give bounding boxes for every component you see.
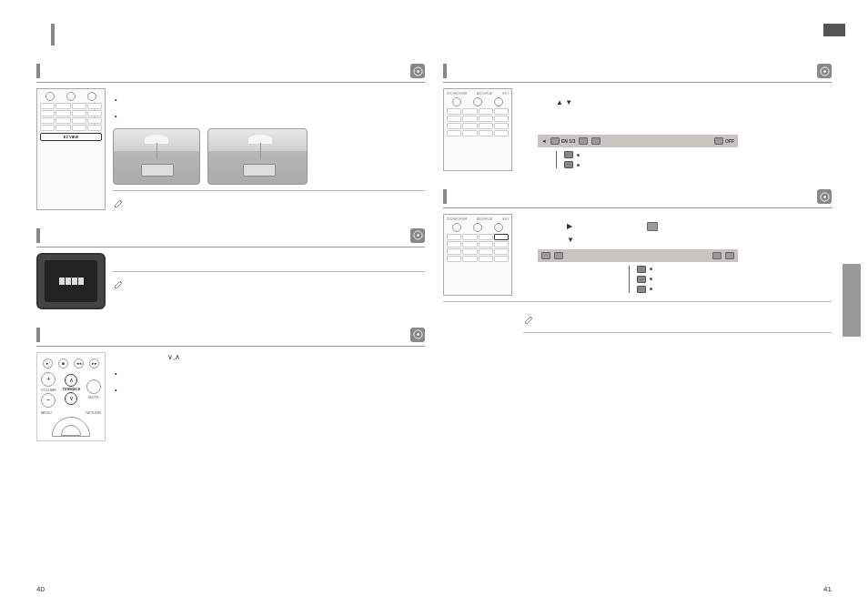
note-block: . . .. . . bbox=[113, 190, 425, 210]
aspect-ratio-examples bbox=[113, 128, 425, 185]
remote-button bbox=[462, 256, 477, 262]
svg-point-3 bbox=[417, 234, 419, 237]
remote-top-label: EXIT bbox=[502, 217, 509, 221]
section-accent-bar bbox=[36, 328, 40, 342]
disc-type-icon bbox=[410, 228, 425, 243]
info-label: OFF bbox=[725, 138, 734, 145]
remote-button bbox=[56, 103, 70, 109]
section-body: ▶ ▼ bbox=[520, 214, 832, 295]
disc-type-icon bbox=[410, 64, 425, 78]
remote-button-icon bbox=[452, 223, 461, 232]
page-number-left: 40 bbox=[36, 585, 45, 593]
section-body: ∨,∧ bbox=[113, 352, 425, 441]
remote-button bbox=[56, 125, 70, 131]
remote-button bbox=[479, 108, 493, 115]
minus-icon: − bbox=[41, 393, 56, 408]
section-tv: . bbox=[36, 228, 425, 309]
bullet-item bbox=[115, 369, 425, 379]
remote-button bbox=[479, 116, 493, 122]
remote-button bbox=[87, 117, 102, 124]
plus-icon: + bbox=[41, 372, 56, 387]
section-accent-bar bbox=[443, 64, 447, 78]
content-row: DVD RECEIVER AM DISPLAY EXIT bbox=[443, 88, 832, 171]
bullet-item bbox=[115, 112, 425, 121]
section-title: . bbox=[452, 66, 817, 76]
remote-diagram: EZ VIEW bbox=[36, 88, 106, 210]
right-page: . DVD RECEIVER AM DISPLAY EXIT bbox=[443, 18, 832, 460]
volume-control: + VOLUME − bbox=[41, 372, 56, 408]
remote-top-label: EXIT bbox=[502, 92, 509, 96]
remote-button bbox=[462, 248, 477, 255]
note-text: . . .. . . bbox=[131, 197, 425, 210]
remote-button bbox=[494, 241, 509, 247]
tv-bar-icon bbox=[78, 278, 84, 285]
tv-bar-icon bbox=[59, 278, 65, 285]
remote-button bbox=[40, 110, 55, 116]
divider bbox=[443, 301, 832, 302]
arrow-symbols-label: ▲ ▼ bbox=[556, 97, 832, 107]
sub-option-item bbox=[564, 161, 832, 168]
osd-info-bar bbox=[538, 249, 738, 262]
arrow-symbols-label: ∨,∧ bbox=[167, 352, 425, 362]
pencil-note-icon bbox=[113, 278, 126, 290]
tuning-label: TUNING/CH bbox=[63, 388, 80, 391]
segment-icon bbox=[591, 137, 601, 145]
sub-option-item bbox=[564, 151, 832, 158]
section-title: . bbox=[45, 231, 410, 240]
audio-icon bbox=[550, 137, 560, 145]
info-segment bbox=[541, 252, 550, 259]
left-arrow-icon: ◄ bbox=[541, 137, 547, 145]
tv-screen-diagram bbox=[36, 253, 106, 309]
tv-bar-icon bbox=[66, 278, 71, 285]
info-segment bbox=[554, 252, 563, 259]
remote-button bbox=[447, 123, 461, 129]
info-segment bbox=[712, 252, 722, 259]
play-arrow-icon: ▶ bbox=[567, 221, 572, 231]
chevron-up-icon: ∧ bbox=[65, 374, 77, 387]
section-header: . bbox=[36, 328, 425, 347]
note-block: . . .. . . bbox=[523, 308, 832, 327]
remote-button bbox=[87, 110, 102, 116]
segment-icon bbox=[714, 137, 723, 145]
remote-button-icon bbox=[87, 92, 96, 101]
sub-option-list bbox=[629, 266, 832, 293]
remote-button-icon bbox=[494, 97, 503, 106]
note-block: . . . bbox=[113, 278, 425, 290]
option-icon bbox=[637, 266, 646, 273]
content-row: . . . bbox=[36, 253, 425, 309]
section-body: . . . bbox=[113, 253, 425, 309]
remote-button bbox=[447, 130, 461, 136]
segment-icon bbox=[554, 252, 563, 259]
note-text: . . .. . . bbox=[541, 313, 832, 327]
section-ezview: . E bbox=[36, 64, 425, 210]
sub-option-list bbox=[556, 151, 832, 168]
bullet-item bbox=[115, 96, 425, 105]
remote-button bbox=[462, 130, 477, 136]
disc-type-icon bbox=[410, 328, 425, 342]
remote-button bbox=[56, 117, 70, 124]
info-segment bbox=[591, 137, 601, 145]
segment-icon bbox=[712, 252, 722, 259]
section-header: . bbox=[36, 228, 425, 247]
content-row: ▸ ■ ◂◂ ▸▸ + VOLUME − ∧ TUNING/CH bbox=[36, 352, 425, 441]
svg-point-9 bbox=[823, 196, 826, 198]
section-title: . bbox=[45, 66, 410, 76]
info-segment bbox=[725, 252, 734, 259]
option-icon bbox=[564, 161, 573, 168]
remote-button bbox=[494, 248, 509, 255]
disc-type-icon bbox=[817, 189, 832, 204]
divider bbox=[523, 332, 832, 333]
spread-container: . E bbox=[0, 0, 868, 478]
remote-button bbox=[447, 256, 461, 262]
section-title: . bbox=[45, 330, 410, 339]
remote-button bbox=[462, 123, 477, 129]
section-accent-bar bbox=[36, 228, 40, 243]
content-row: DVD RECEIVER AM DISPLAY EXIT bbox=[443, 214, 832, 295]
remote-button bbox=[72, 110, 86, 116]
remote-button-icon bbox=[494, 223, 503, 232]
remote-button bbox=[494, 130, 509, 136]
remote-top-label: DVD RECEIVER bbox=[447, 217, 468, 221]
tuning-control: ∧ TUNING/CH ∨ bbox=[63, 374, 80, 405]
remote-prev-icon: ◂◂ bbox=[74, 359, 84, 369]
remote-button bbox=[494, 116, 509, 122]
